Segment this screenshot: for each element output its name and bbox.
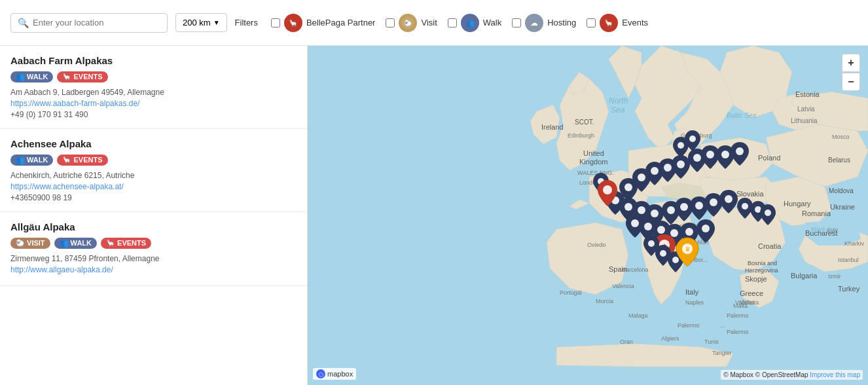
svg-text:Murcia: Murcia (596, 298, 613, 304)
svg-point-75 (693, 154, 701, 162)
svg-text:🦙: 🦙 (289, 18, 298, 28)
svg-text:United: United (583, 149, 604, 157)
svg-text:Palermo: Palermo (727, 329, 749, 335)
svg-text:Oviedo: Oviedo (587, 242, 606, 248)
svg-text:Algiers: Algiers (661, 335, 679, 342)
svg-text:Belarus: Belarus (828, 156, 850, 164)
svg-point-96 (678, 142, 684, 149)
svg-text:Kingdom: Kingdom (579, 158, 607, 166)
bellepaga-icon: 🦙 (284, 14, 302, 32)
farm-address: Zirmenweg 11, 87459 Pfronten, Allemagne (10, 254, 297, 263)
osm-attribution: © OpenStreetMap (755, 371, 808, 378)
svg-point-92 (685, 228, 693, 236)
farm-phone: +49 (0) 170 91 31 490 (10, 110, 297, 119)
farm-card[interactable]: Aabach Farm Alpakas 👥 WALK🦙 EVENTS Am Aa… (0, 46, 307, 129)
filter-events: 🦙 Events (587, 14, 648, 32)
svg-text:Herzegovina: Herzegovina (745, 267, 778, 274)
svg-point-78 (736, 147, 744, 155)
visit-icon: 🐑 (399, 14, 417, 32)
main-content: Aabach Farm Alpakas 👥 WALK🦙 EVENTS Am Aa… (0, 46, 868, 385)
svg-text:Black Sea: Black Sea (811, 226, 838, 232)
map-attribution-right: © Mapbox © OpenStreetMap Improve this ma… (721, 370, 863, 380)
svg-point-100 (742, 203, 748, 210)
svg-text:Tangier: Tangier (712, 350, 732, 356)
walk-icon: 👥 (461, 14, 479, 32)
farm-card[interactable]: Achensee Alpaka 👥 WALK🦙 EVENTS Achenkirc… (0, 129, 307, 212)
tags-row: 👥 WALK🦙 EVENTS (10, 71, 297, 82)
svg-point-73 (664, 164, 672, 172)
svg-text:SCOT.: SCOT. (575, 119, 594, 126)
svg-point-103 (648, 240, 655, 247)
svg-text:Baltic Sea: Baltic Sea (727, 112, 756, 119)
farm-website[interactable]: http://www.allgaeu-alpaka.de/ (10, 265, 297, 274)
zoom-out-button[interactable]: − (842, 73, 860, 91)
tag-walk: 👥 WALK (10, 71, 53, 82)
svg-point-91 (670, 229, 678, 237)
filter-events-checkbox[interactable] (587, 18, 596, 28)
chevron-down-icon: ▼ (213, 19, 220, 26)
svg-text:Turkey: Turkey (838, 285, 860, 293)
svg-point-71 (638, 174, 645, 181)
tag-walk: 👥 WALK (10, 155, 53, 166)
tag-events: 🦙 EVENTS (57, 155, 107, 166)
tags-row: 🐑 VISIT👥 WALK🦙 EVENTS (10, 238, 297, 249)
tag-walk: 👥 WALK (54, 238, 97, 249)
svg-point-82 (651, 210, 659, 217)
farm-card[interactable]: Allgäu Alpaka 🐑 VISIT👥 WALK🦙 EVENTS Zirm… (0, 212, 307, 286)
mapbox-logo: ⬡ mapbox (313, 368, 356, 380)
svg-text:Istanbul: Istanbul (838, 257, 859, 263)
filter-visit: 🐑 Visit (386, 14, 437, 32)
farm-list: Aabach Farm Alpakas 👥 WALK🦙 EVENTS Am Aa… (0, 46, 308, 385)
svg-point-72 (651, 167, 659, 175)
farm-name: Achensee Alpaka (10, 138, 297, 149)
farm-phone: +43650900 98 19 (10, 193, 297, 202)
svg-text:Palermo: Palermo (678, 322, 700, 329)
svg-text:♛: ♛ (685, 246, 691, 253)
filter-walk-checkbox[interactable] (448, 18, 457, 28)
svg-text:⬡: ⬡ (319, 372, 323, 378)
svg-point-97 (689, 136, 696, 142)
svg-point-102 (765, 210, 771, 216)
tag-events: 🦙 EVENTS (57, 71, 107, 82)
filter-visit-label: Visit (421, 18, 437, 28)
svg-point-86 (710, 198, 717, 206)
distance-value: 200 km (183, 18, 211, 28)
svg-text:Oran: Oran (620, 339, 633, 345)
svg-text:Romania: Romania (802, 210, 831, 217)
svg-point-105 (672, 257, 679, 263)
mapbox-text: mapbox (327, 370, 353, 378)
svg-text:Palermo: Palermo (727, 312, 749, 319)
filter-hosting-checkbox[interactable] (512, 18, 521, 28)
map-area[interactable]: Ireland SCOT. Edinburgh Estonia Latvia L… (308, 46, 868, 385)
svg-point-74 (677, 160, 685, 168)
svg-point-93 (702, 225, 710, 232)
svg-text:Croatia: Croatia (758, 242, 782, 250)
svg-text:Bosnia and: Bosnia and (748, 260, 777, 266)
svg-text:Bor...: Bor... (694, 257, 708, 263)
svg-text:Portugal: Portugal (560, 289, 582, 296)
ireland-map-label: Ireland (541, 123, 564, 131)
filter-visit-checkbox[interactable] (386, 18, 395, 28)
svg-text:...: ... (720, 322, 725, 329)
farm-website[interactable]: https://www.aabach-farm-alpakas.de/ (10, 99, 297, 108)
tags-row: 👥 WALK🦙 EVENTS (10, 155, 297, 166)
svg-point-70 (624, 183, 632, 191)
filter-bellepaga-checkbox[interactable] (271, 18, 280, 28)
hosting-icon: ☁ (525, 14, 543, 32)
svg-text:Malaga: Malaga (628, 312, 648, 319)
svg-point-99 (603, 185, 612, 194)
svg-text:Edinburgh: Edinburgh (568, 132, 594, 139)
svg-point-80 (624, 203, 632, 211)
farm-address: Am Aabach 9, Ladbergen 49549, Allemagne (10, 88, 297, 97)
improve-map-link[interactable]: Improve this map (810, 371, 860, 378)
svg-text:Izmir: Izmir (828, 273, 841, 280)
farm-website[interactable]: https://www.achensee-alpaka.at/ (10, 182, 297, 191)
filters-section: Filters 🦙 BellePaga Partner 🐑 Visit 👥 Wa… (235, 14, 648, 32)
farm-name: Allgäu Alpaka (10, 221, 297, 232)
search-container: 🔍 (10, 13, 168, 33)
search-input[interactable] (33, 18, 160, 28)
zoom-in-button[interactable]: + (842, 54, 860, 72)
distance-select[interactable]: 200 km ▼ (175, 13, 227, 32)
filter-walk-label: Walk (483, 18, 501, 28)
svg-text:Lithuania: Lithuania (791, 117, 818, 124)
